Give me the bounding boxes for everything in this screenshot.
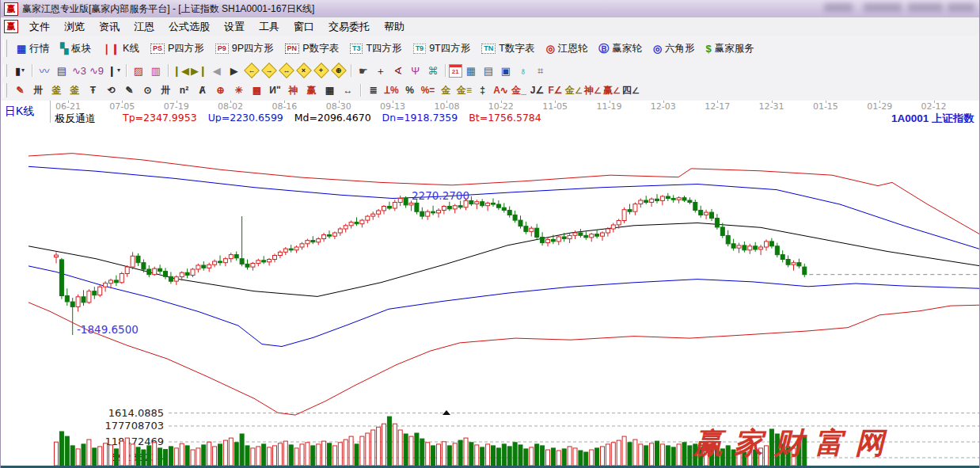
ratio-tool[interactable]: ≣ (365, 82, 382, 98)
gold-circle-tool[interactable]: 金 (438, 82, 454, 98)
shift-left-button[interactable]: ← (244, 63, 260, 78)
shrink-button[interactable]: × (296, 63, 312, 78)
width-tool[interactable]: ↔ (340, 82, 356, 98)
network-button[interactable]: ♁ (515, 63, 531, 78)
kk-tool[interactable]: Иʺ (267, 82, 283, 98)
menu-item-8[interactable]: 交易委托 (321, 18, 377, 36)
zoom-all-button[interactable]: ⊕ (331, 63, 347, 78)
next-button[interactable]: ▶ (226, 63, 242, 78)
p9-square-button[interactable]: P99P四方形 (210, 42, 279, 55)
t9-square-button[interactable]: T99T四方形 (408, 42, 477, 55)
menu-item-5[interactable]: 设置 (217, 18, 252, 36)
hollow-candle-button[interactable]: ❙▾ (106, 63, 122, 78)
gann-gold2-tool[interactable]: 釜 (66, 82, 83, 98)
ying-tool[interactable]: 赢 (303, 82, 320, 98)
chart-area[interactable]: 1614.0885177708703118472469592362342270.… (1, 123, 980, 466)
angle-tool-button[interactable]: ∢ (390, 63, 406, 78)
remote-button[interactable]: ⌗ (533, 63, 549, 78)
fork-tool-button[interactable]: Ψ (408, 63, 424, 78)
prev-button[interactable]: ◀ (209, 63, 225, 78)
gold-angle-tool[interactable]: 金∠ (565, 82, 583, 98)
candle-body (278, 252, 282, 255)
ying-angle-tool[interactable]: 赢∠ (603, 82, 621, 98)
calculator-button[interactable]: ▦ (463, 63, 479, 78)
volume-bar (601, 447, 605, 466)
a-slash-tool[interactable]: Ⱥ (194, 82, 211, 98)
t-number-button[interactable]: TNT数字表 (476, 42, 540, 55)
p-number-button[interactable]: PNP数字表 (279, 42, 344, 55)
percent-tool[interactable]: % (401, 82, 418, 98)
sectors-button[interactable]: ▚板块 (55, 42, 97, 55)
wave3-button[interactable]: ∿3 (71, 63, 87, 78)
menu-item-4[interactable]: 公式选股 (161, 18, 217, 36)
p-square-button[interactable]: PSP四方形 (145, 42, 210, 55)
gold-under-tool[interactable]: 金_ (511, 82, 527, 98)
diary-button[interactable]: ▤ (481, 63, 496, 78)
go-last-button[interactable]: ▶❙ (191, 63, 207, 78)
menu-item-9[interactable]: 帮助 (377, 18, 412, 36)
f-ruler-tool[interactable]: Ŧ (85, 82, 101, 98)
expand-h-button[interactable]: ↔ (279, 63, 294, 78)
kline-chart[interactable]: 1614.0885177708703118472469592362342270.… (1, 123, 980, 468)
hexagon-button[interactable]: ◎六角形 (648, 42, 701, 55)
knot-tool-button[interactable]: ⌘ (425, 63, 441, 78)
save-button[interactable]: ▣ (498, 63, 514, 78)
notes-button[interactable]: ▤ (54, 63, 70, 78)
pencil-tool[interactable]: ✎ (12, 82, 28, 98)
go-first-button[interactable]: ❙◀ (173, 63, 189, 78)
volume-bar (87, 439, 91, 466)
pan-hand-button[interactable]: ☛ (355, 63, 371, 78)
a-wave-tool[interactable]: A∿ (492, 82, 509, 98)
star-web-tool[interactable]: ✳ (230, 82, 247, 98)
web-grid-tool[interactable]: ▩ (249, 82, 265, 98)
candle-body (568, 235, 572, 238)
f-angle-tool[interactable]: F∠ (547, 82, 564, 98)
shen-tool[interactable]: 神 (285, 82, 302, 98)
kline-button[interactable]: ❘❙K线 (97, 42, 145, 55)
pattern-button[interactable]: ▨ (131, 63, 146, 78)
menu-item-7[interactable]: 窗口 (287, 18, 321, 36)
volume-bar (114, 449, 118, 466)
volume-bar (223, 440, 227, 466)
calendar-button[interactable]: 21 (449, 64, 462, 78)
shift-right-button[interactable]: → (261, 63, 277, 78)
zigzag-tool-button[interactable]: 〰 (36, 63, 52, 78)
crosshair-button[interactable]: ＋ (373, 63, 389, 78)
candle-body (202, 265, 206, 268)
menu-item-2[interactable]: 资讯 (92, 18, 127, 36)
shen-angle-tool[interactable]: 神∠ (584, 82, 602, 98)
zoom-in-button[interactable]: + (313, 63, 329, 78)
grid-tool[interactable]: 卅 (30, 82, 47, 98)
spiral-tool[interactable]: ⟲ (103, 82, 120, 98)
menu-item-0[interactable]: 文件 (22, 18, 57, 36)
gold-line-tool[interactable]: 金≡ (456, 82, 473, 98)
menu-item-1[interactable]: 浏览 (57, 18, 92, 36)
gann-wheel-button[interactable]: ◎江恩轮 (540, 42, 593, 55)
winner-service-button[interactable]: $赢家服务 (701, 42, 760, 55)
gann-clock-tool[interactable]: ⊙ (139, 82, 156, 98)
dagger-tool[interactable]: ‡ (474, 82, 491, 98)
quotes-button[interactable]: ▦行情 (11, 42, 55, 55)
volume-bar (453, 443, 457, 466)
volume-bar (590, 450, 594, 466)
histogram-button[interactable]: ▥ (148, 63, 164, 78)
toolbar-button-label: P四方形 (168, 42, 204, 55)
candle-style-button[interactable]: ▮▾ (12, 63, 28, 78)
winner-wheel-button[interactable]: Ⓑ赢家轮 (593, 42, 648, 55)
wave9-button[interactable]: ∿9 (89, 63, 104, 78)
four-angle-tool[interactable]: 四∠ (622, 82, 640, 98)
j-angle-tool[interactable]: J∠ (529, 82, 545, 98)
percent-line-tool[interactable]: %= (420, 82, 436, 98)
grid2-tool[interactable]: 卅 (158, 82, 174, 98)
candle-body (366, 216, 370, 220)
t-square-button[interactable]: T3T四方形 (344, 42, 408, 55)
circle-cross-tool[interactable]: ⊕ (212, 82, 229, 98)
pencil2-tool[interactable]: ✎ (121, 82, 138, 98)
t-percent-tool[interactable]: Ʇ% (383, 82, 400, 98)
menu-item-6[interactable]: 工具 (252, 18, 287, 36)
n2-tool[interactable]: n² (176, 82, 192, 98)
menu-item-3[interactable]: 江恩 (127, 18, 161, 36)
period-panel[interactable]: 日K线 (1, 101, 51, 123)
grid123-tool[interactable]: ▦ (321, 82, 338, 98)
gann-gold-tool[interactable]: 釜 (48, 82, 65, 98)
